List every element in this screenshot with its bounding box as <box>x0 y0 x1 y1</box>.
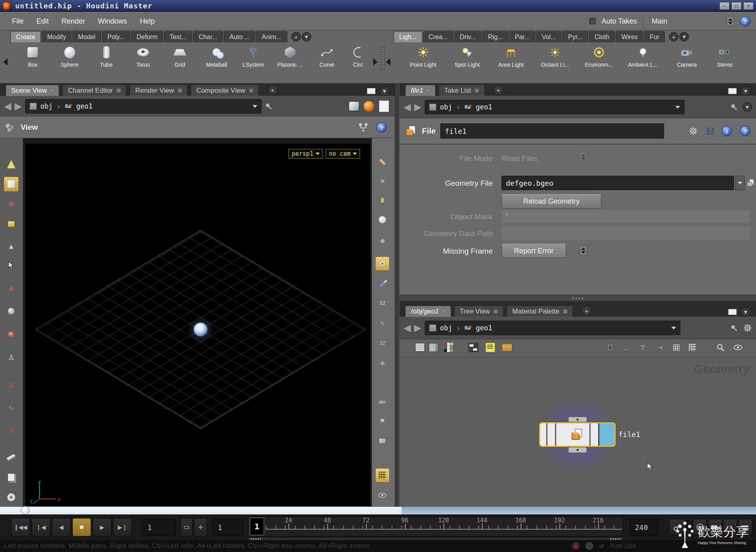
detach-tab-icon[interactable]: ⊠ <box>563 308 567 314</box>
end-frame-field[interactable]: 240 <box>630 519 659 536</box>
shelf-tool-stereo-camera[interactable]: Sterec <box>709 43 741 82</box>
handles-tool-icon[interactable]: ✣ <box>4 197 19 212</box>
shelf-tool-lsystem[interactable]: LSystem <box>235 43 272 82</box>
tab-tree-view[interactable]: Tree View⊠ <box>454 306 504 317</box>
shelf-right-add-tab-button[interactable]: + <box>669 32 678 42</box>
shelf-tab-create[interactable]: Create <box>10 31 41 42</box>
current-frame-indicator[interactable]: 1 <box>250 518 264 535</box>
pane-menu-icon[interactable]: ▾ <box>741 86 750 96</box>
minimize-button[interactable]: – <box>719 2 730 10</box>
shelf-tab-auto[interactable]: Auto ... <box>224 31 255 42</box>
menu-windows[interactable]: Windows <box>92 16 133 27</box>
shelf-tool-metaball[interactable]: Metaball <box>198 43 235 82</box>
path-node[interactable]: geo1 <box>76 102 93 110</box>
shelf-tool-circle[interactable]: Circ <box>345 43 371 82</box>
plane-tool-icon[interactable] <box>4 216 19 232</box>
swap-icon[interactable]: ⇄ <box>599 542 604 550</box>
shelf-tab-create-r[interactable]: Crea... <box>423 31 454 42</box>
jump-start-button[interactable]: ❙◀◀ <box>11 518 30 536</box>
detach-tab-icon[interactable]: ⊠ <box>249 87 253 93</box>
add-pane-tab-button[interactable]: + <box>268 85 277 95</box>
play-button[interactable]: ▶ <box>93 518 111 536</box>
display-box-icon[interactable] <box>349 102 359 111</box>
cross-icon[interactable]: ✛ <box>375 356 390 371</box>
halign-icon[interactable]: ‥ <box>620 342 632 353</box>
playbar-strip[interactable] <box>0 506 756 514</box>
viewport-object[interactable] <box>194 323 207 336</box>
file-node-icon[interactable] <box>405 125 417 137</box>
pin-icon[interactable] <box>730 324 738 332</box>
layout-nodes-icon[interactable] <box>468 342 479 353</box>
shelf-tab-particles[interactable]: Par... <box>509 31 535 42</box>
range-slider-icon[interactable] <box>181 518 193 536</box>
close-tab-icon[interactable]: × <box>427 87 430 93</box>
param-path-field[interactable]: obj › geo1 <box>425 100 684 114</box>
shelf-tool-distant-light[interactable]: Distant Li... <box>533 43 577 82</box>
shelf-tool-box[interactable]: Box <box>14 43 51 82</box>
magnet2-tool-icon[interactable]: U <box>4 423 19 438</box>
view-tool-icon[interactable] <box>4 122 16 133</box>
pin-icon[interactable] <box>265 103 272 110</box>
detach-tab-icon[interactable]: ⊠ <box>475 87 479 93</box>
display-layers-icon[interactable] <box>375 155 390 169</box>
shelf-tab-volumes[interactable]: Vol... <box>536 31 562 42</box>
tab-material-palette[interactable]: Material Palette⊠ <box>507 306 573 317</box>
take-stepper[interactable] <box>726 16 734 26</box>
reload-geometry-button[interactable]: Reload Geometry <box>501 194 601 208</box>
list-view-icon[interactable] <box>414 342 426 353</box>
frame-number-icon[interactable]: 12 <box>375 296 390 310</box>
menu-edit[interactable]: Edit <box>30 16 55 27</box>
shelf-tab-cloth[interactable]: Cloth <box>589 31 615 42</box>
toolbar-scroll-up-icon[interactable]: ▲ <box>4 239 19 254</box>
align-top-icon[interactable]: ⊤ <box>637 342 649 353</box>
grid-snap-icon[interactable] <box>375 468 390 483</box>
global-start-field[interactable]: 1 <box>142 519 176 536</box>
flag-icon[interactable]: ⚑ <box>375 414 390 428</box>
shelf-tab-rig[interactable]: Rig... <box>482 31 508 42</box>
geometry-file-input[interactable]: defgeo.bgeo <box>501 176 734 190</box>
close-button[interactable]: × <box>743 2 754 10</box>
shelf-tool-torus[interactable]: Torus <box>125 43 161 82</box>
shelf-add-tab-button[interactable]: + <box>291 32 301 42</box>
shelf-tool-environment-light[interactable]: Environm... <box>577 43 621 82</box>
shelf-tool-camera[interactable]: Camera <box>665 43 709 82</box>
prev-key-button[interactable]: ❙◀ <box>32 518 50 536</box>
add-pane-tab-button[interactable]: + <box>582 306 591 316</box>
range-stepper-icon[interactable]: ✛ <box>194 518 207 536</box>
file1-node[interactable] <box>539 422 616 447</box>
shelf-tab-wires[interactable]: Wires <box>616 31 643 42</box>
detach-tab-icon[interactable]: ⊠ <box>177 87 182 93</box>
shelf-tool-sphere[interactable]: Sphere <box>51 43 88 82</box>
detach-tab-icon[interactable]: ⊠ <box>493 308 498 314</box>
shelf-tool-ambient-light[interactable]: Ambient L... <box>621 43 665 82</box>
shelf-right-scroll-left-icon[interactable] <box>386 58 390 66</box>
next-key-button[interactable]: ▶❙ <box>113 518 132 536</box>
zoom-icon[interactable] <box>714 342 726 353</box>
cone-tool-icon[interactable] <box>4 157 19 172</box>
abc-icon[interactable]: abc <box>375 395 390 409</box>
geometry-file-dropdown-icon[interactable] <box>735 176 745 190</box>
tab-file1-params[interactable]: file1× <box>405 85 436 96</box>
grid-large-icon[interactable] <box>686 342 698 353</box>
shelf-tool-point-light[interactable]: Point Light <box>401 43 445 82</box>
ball-handle-icon[interactable] <box>4 304 19 319</box>
shelf-tool-grid[interactable]: Grid <box>161 43 198 82</box>
wave-tool-icon[interactable]: ∿ <box>4 400 19 415</box>
shelf-tab-drive[interactable]: Driv... <box>454 31 482 42</box>
tab-obj-geo1-network[interactable]: /obj/geo1× <box>405 306 451 317</box>
shelf-tab-texture[interactable]: Text... <box>164 31 192 42</box>
red-pin-icon[interactable] <box>4 327 19 342</box>
node-help-icon[interactable]: ? <box>740 126 750 136</box>
shelf-tool-curve[interactable]: Curve <box>308 43 345 82</box>
pen-icon[interactable] <box>375 277 390 292</box>
shelf-tool-platonic[interactable]: Platonic ... <box>272 43 308 82</box>
hand-icon[interactable]: ✥ <box>375 234 390 248</box>
points-display-icon[interactable] <box>375 256 390 271</box>
detail-view-icon[interactable] <box>428 342 440 353</box>
disc-tool-icon[interactable] <box>4 490 19 505</box>
path-dropdown-icon[interactable] <box>675 106 680 109</box>
visibility-eye-icon[interactable] <box>375 488 390 502</box>
shelf-scroll-right-icon[interactable] <box>373 58 378 66</box>
brush-icon[interactable]: ✎ <box>375 316 390 331</box>
pages-tool-icon[interactable] <box>4 470 19 485</box>
